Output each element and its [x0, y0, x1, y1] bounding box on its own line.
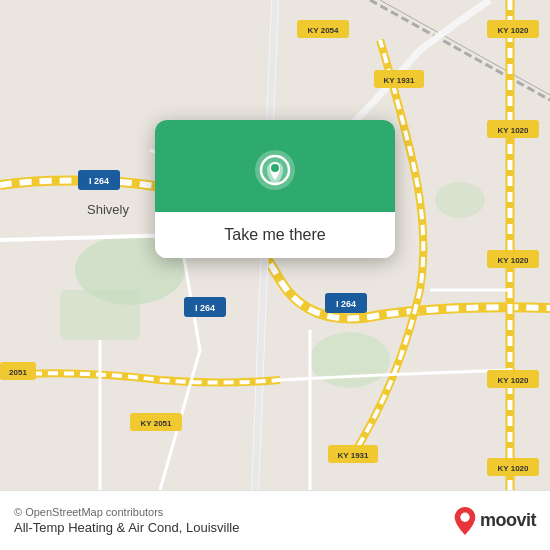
svg-text:KY 1020: KY 1020: [498, 26, 530, 35]
svg-text:KY 2054: KY 2054: [308, 26, 340, 35]
svg-text:KY 1931: KY 1931: [384, 76, 416, 85]
map: I 264 I 264 I 264 KY 2054 KY 1020 KY 193…: [0, 0, 550, 490]
copyright-text: © OpenStreetMap contributors: [14, 506, 239, 518]
svg-point-4: [435, 182, 485, 218]
svg-point-52: [460, 512, 469, 521]
svg-point-51: [271, 164, 279, 172]
svg-text:KY 1020: KY 1020: [498, 464, 530, 473]
svg-text:2051: 2051: [9, 368, 27, 377]
svg-rect-3: [60, 290, 140, 340]
moovit-brand-text: moovit: [480, 510, 536, 531]
location-pin-icon: [253, 148, 297, 192]
take-me-there-button[interactable]: Take me there: [155, 212, 395, 258]
svg-text:KY 1020: KY 1020: [498, 376, 530, 385]
moovit-logo: moovit: [454, 507, 536, 535]
popup-header: [155, 120, 395, 212]
svg-text:I 264: I 264: [195, 303, 215, 313]
moovit-pin-icon: [454, 507, 476, 535]
svg-text:KY 2051: KY 2051: [141, 419, 173, 428]
svg-text:KY 1931: KY 1931: [338, 451, 370, 460]
svg-text:I 264: I 264: [336, 299, 356, 309]
svg-point-2: [310, 332, 390, 388]
svg-text:KY 1020: KY 1020: [498, 126, 530, 135]
bottom-bar: © OpenStreetMap contributors All-Temp He…: [0, 490, 550, 550]
svg-text:I 264: I 264: [89, 176, 109, 186]
location-text: All-Temp Heating & Air Cond, Louisville: [14, 520, 239, 535]
svg-text:KY 1020: KY 1020: [498, 256, 530, 265]
svg-text:Shively: Shively: [87, 202, 129, 217]
popup-card: Take me there: [155, 120, 395, 258]
